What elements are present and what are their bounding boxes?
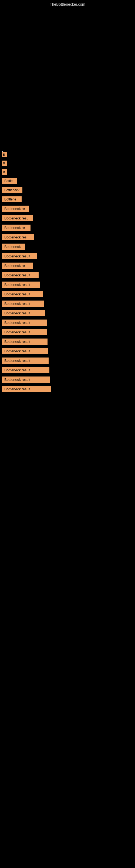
bottleneck-result-label: Bottleneck result — [2, 329, 47, 335]
bottleneck-result-label: Bottleneck resu — [2, 215, 33, 221]
bottleneck-result-label: Bottleneck result — [2, 319, 47, 326]
bottleneck-result-label: Bottleneck result — [2, 348, 48, 354]
bottleneck-result-label: Bottleneck result — [2, 301, 44, 307]
list-item[interactable]: Bottleneck result — [0, 376, 135, 383]
list-item[interactable]: Bottleneck result — [0, 386, 135, 392]
site-title: TheBottlenecker.com — [0, 0, 135, 6]
bottleneck-result-label: Bottle — [2, 178, 17, 184]
bottleneck-result-label: Bottleneck result — [2, 339, 48, 345]
bottleneck-result-label: Bottleneck result — [2, 358, 49, 364]
bottleneck-result-label: Bottleneck result — [2, 282, 40, 288]
list-item[interactable]: Bottleneck re — [0, 262, 135, 269]
bottleneck-result-label: Bottleneck res — [2, 234, 34, 240]
list-item[interactable]: Bottleneck result — [0, 339, 135, 345]
bottleneck-list: BBBBottleBottleneckBottleneBottleneck re… — [0, 152, 135, 396]
list-item[interactable]: Bottleneck result — [0, 272, 135, 278]
list-item[interactable]: Bottleneck resu — [0, 215, 135, 221]
list-item[interactable]: Bottleneck result — [0, 319, 135, 326]
list-item[interactable]: Bottleneck re — [0, 225, 135, 231]
list-item[interactable]: Bottleneck result — [0, 301, 135, 307]
bottleneck-result-label: Bottleneck result — [2, 386, 51, 392]
list-item[interactable]: Bottleneck result — [0, 291, 135, 297]
list-item[interactable]: Bottleneck — [0, 187, 135, 193]
list-item[interactable]: Bottleneck result — [0, 358, 135, 364]
list-item[interactable]: Bottle — [0, 178, 135, 184]
bottleneck-result-label: Bottleneck re — [2, 225, 31, 231]
list-item[interactable]: B — [0, 152, 135, 157]
bottleneck-result-label: Bottleneck result — [2, 367, 49, 373]
list-item[interactable]: Bottleneck re — [0, 206, 135, 212]
bottleneck-result-label: B — [2, 152, 7, 157]
bottleneck-result-label: Bottleneck result — [2, 291, 43, 297]
bottleneck-result-label: Bottlene — [2, 196, 21, 203]
list-item[interactable]: Bottleneck res — [0, 234, 135, 240]
bottleneck-result-label: Bottleneck — [2, 244, 25, 250]
list-item[interactable]: B — [0, 161, 135, 166]
list-item[interactable]: B — [0, 169, 135, 175]
list-item[interactable]: Bottleneck — [0, 244, 135, 250]
list-item[interactable]: Bottleneck result — [0, 253, 135, 259]
bottleneck-result-label: Bottleneck re — [2, 262, 33, 269]
list-item[interactable]: Bottleneck result — [0, 367, 135, 373]
list-item[interactable]: Bottleneck result — [0, 282, 135, 288]
bottleneck-result-label: Bottleneck result — [2, 253, 37, 259]
list-item[interactable]: Bottleneck result — [0, 329, 135, 335]
bottleneck-result-label: Bottleneck — [2, 187, 22, 193]
bottleneck-result-label: Bottleneck result — [2, 310, 45, 316]
bottleneck-result-label: Bottleneck result — [2, 376, 50, 383]
bottleneck-result-label: Bottleneck re — [2, 206, 29, 212]
bottleneck-result-label: B — [2, 169, 7, 175]
list-item[interactable]: Bottleneck result — [0, 348, 135, 354]
bottleneck-result-label: B — [2, 161, 7, 166]
bottleneck-result-label: Bottleneck result — [2, 272, 39, 278]
list-item[interactable]: Bottleneck result — [0, 310, 135, 316]
list-item[interactable]: Bottlene — [0, 196, 135, 203]
